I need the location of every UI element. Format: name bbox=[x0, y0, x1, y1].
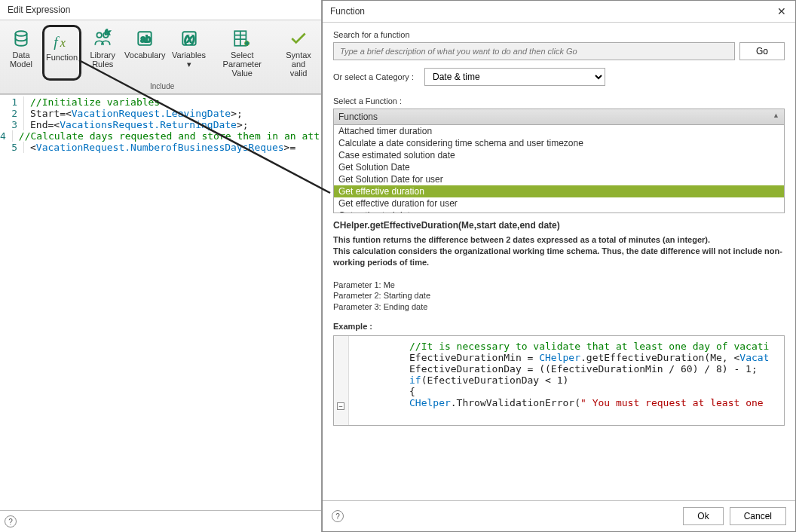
library-icon: fx bbox=[92, 28, 113, 49]
help-icon[interactable]: ? bbox=[5, 515, 17, 527]
ribbon-variables[interactable]: (x)Variables▾ bbox=[170, 25, 207, 81]
example-label: Example : bbox=[333, 322, 785, 331]
svg-point-3 bbox=[97, 32, 103, 38]
help-icon[interactable]: ? bbox=[332, 510, 344, 522]
variables-icon: (x) bbox=[179, 28, 200, 49]
code-line: 4//Calculate days requested and store th… bbox=[0, 130, 321, 142]
param-line: Parameter 2: Starting date bbox=[333, 290, 785, 301]
right-title: Function bbox=[330, 6, 365, 17]
ribbon-group-label: Include bbox=[150, 82, 174, 90]
function-item[interactable]: Get estimated date bbox=[334, 209, 784, 212]
left-title: Edit Expression bbox=[8, 5, 70, 15]
ribbon-function[interactable]: fxFunction bbox=[42, 25, 81, 81]
category-label: Or select a Category : bbox=[333, 72, 414, 81]
function-item[interactable]: Get effective duration for user bbox=[334, 197, 784, 209]
function-signature: CHelper.getEffectiveDuration(Me,start da… bbox=[333, 219, 785, 231]
functions-list[interactable]: Attached timer durationCalculate a date … bbox=[334, 125, 784, 212]
svg-text:+: + bbox=[246, 40, 250, 47]
svg-text:ab: ab bbox=[141, 34, 152, 44]
example-line: if(EfectiveDurationDay < 1) bbox=[409, 375, 779, 386]
functions-header[interactable]: Functions ▲ bbox=[334, 109, 784, 125]
example-line: EfectiveDurationMin = CHelper.getEffecti… bbox=[409, 352, 779, 363]
function-item[interactable]: Attached timer duration bbox=[334, 125, 784, 137]
fold-icon[interactable]: − bbox=[337, 402, 344, 410]
function-select-label: Select a Function : bbox=[333, 96, 785, 105]
cancel-button[interactable]: Cancel bbox=[730, 507, 786, 525]
data-icon bbox=[11, 28, 32, 49]
function-item[interactable]: Calculate a date considering time schema… bbox=[334, 137, 784, 149]
code-line: 2Start=<VacationRequest.LeavingDate>; bbox=[0, 108, 321, 119]
syntax-and-icon bbox=[288, 28, 309, 49]
svg-text:f: f bbox=[54, 34, 60, 50]
close-icon[interactable]: ✕ bbox=[776, 5, 788, 17]
ribbon-select-parameter[interactable]: +Select ParameterValue bbox=[212, 25, 273, 81]
code-editor[interactable]: 1//Initialize variables2Start=<VacationR… bbox=[0, 94, 321, 510]
left-titlebar: Edit Expression bbox=[0, 0, 321, 20]
function-item[interactable]: Get Solution Date bbox=[334, 161, 784, 173]
function-item[interactable]: Get effective duration bbox=[334, 185, 784, 197]
example-line: CHelper.ThrowValidationError(" You must … bbox=[409, 397, 779, 408]
function-icon: fx bbox=[51, 30, 72, 51]
example-line: { bbox=[409, 386, 779, 397]
ribbon-data[interactable]: DataModel bbox=[5, 25, 38, 81]
search-input[interactable] bbox=[333, 42, 735, 60]
param-line: Parameter 3: Ending date bbox=[333, 301, 785, 313]
function-description: CHelper.getEffectiveDuration(Me,start da… bbox=[333, 219, 785, 313]
function-item[interactable]: Get Solution Date for user bbox=[334, 173, 784, 185]
right-titlebar: Function ✕ bbox=[323, 1, 795, 23]
svg-text:fx: fx bbox=[105, 29, 110, 36]
example-line: EfectiveDurationDay = ((EfectiveDuration… bbox=[409, 363, 779, 375]
vocabulary-icon: ab bbox=[134, 28, 155, 49]
category-select[interactable]: Date & time bbox=[424, 68, 605, 86]
svg-text:(x): (x) bbox=[184, 34, 194, 44]
function-item[interactable]: Case estimated solution date bbox=[334, 149, 784, 161]
select-parameter-icon: + bbox=[231, 28, 253, 49]
ok-button[interactable]: Ok bbox=[683, 507, 723, 525]
ribbon-vocabulary[interactable]: abVocabulary bbox=[124, 25, 166, 81]
svg-point-0 bbox=[15, 31, 26, 36]
code-line: 3End=<VacationsRequest.ReturningDate>; bbox=[0, 119, 321, 130]
param-line: Parameter 1: Me bbox=[333, 280, 785, 291]
example-line: //It is necessary to validate that at le… bbox=[409, 341, 779, 352]
search-label: Search for a function bbox=[333, 30, 785, 39]
svg-text:x: x bbox=[60, 36, 66, 50]
code-line: 1//Initialize variables bbox=[0, 96, 321, 108]
go-button[interactable]: Go bbox=[739, 42, 785, 60]
ribbon-syntax-and[interactable]: Syntax andvalid bbox=[277, 25, 320, 81]
code-line: 5<VacationRequest.NumberofBusinessDaysRe… bbox=[0, 142, 321, 153]
ribbon: DataModelfxFunctionfxLibraryRulesabVocab… bbox=[0, 20, 321, 94]
example-code[interactable]: − //It is necessary to validate that at … bbox=[333, 335, 785, 426]
ribbon-library[interactable]: fxLibraryRules bbox=[86, 25, 119, 81]
sort-icon[interactable]: ▲ bbox=[773, 112, 779, 122]
